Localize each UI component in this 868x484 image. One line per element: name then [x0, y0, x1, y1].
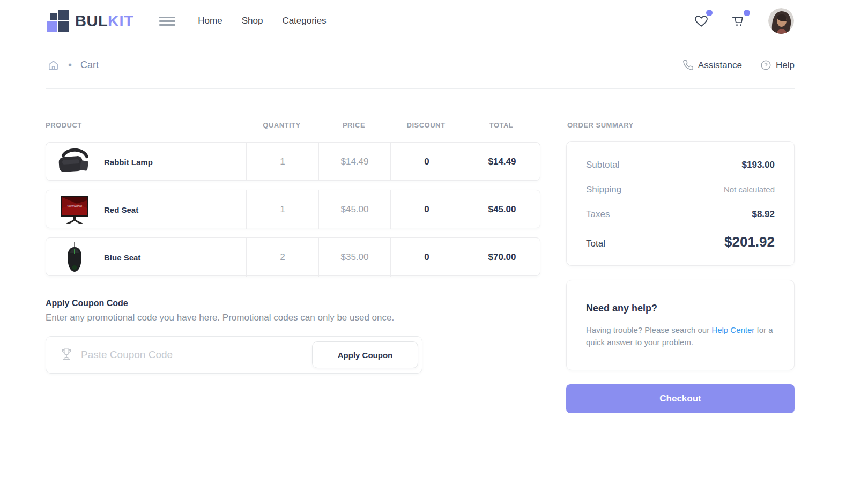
- wishlist-badge: [706, 10, 713, 16]
- product-name: Blue Seat: [104, 253, 140, 262]
- order-summary-card: Subtotal $193.00 Shipping Not calculated…: [566, 141, 795, 266]
- breadcrumb-separator: •: [68, 59, 72, 71]
- discount-value: 0: [390, 190, 463, 229]
- order-summary-title: ORDER SUMMARY: [567, 121, 795, 129]
- coupon-input-box: Apply Coupon: [46, 336, 422, 374]
- help-card-body: Having trouble? Please search our Help C…: [586, 324, 775, 348]
- help-card-title: Need any help?: [586, 303, 775, 314]
- apply-coupon-button[interactable]: Apply Coupon: [312, 341, 418, 368]
- brand-logo-icon: [47, 10, 69, 32]
- cart-table-header: PRODUCT QUANTITY PRICE DISCOUNT TOTAL: [46, 121, 540, 129]
- column-header-quantity: QUANTITY: [246, 121, 318, 129]
- logo-square: [50, 13, 57, 20]
- cart-row-red-seat[interactable]: ViewSonic Red Seat 1 $45.00 0 $45.00: [46, 190, 540, 228]
- product-name: Rabbit Lamp: [104, 158, 153, 167]
- assistance-link[interactable]: Assistance: [682, 59, 742, 71]
- coupon-section: Apply Coupon Code Enter any promotional …: [46, 299, 540, 374]
- discount-value: 0: [390, 143, 463, 181]
- brand-logo[interactable]: BULKIT: [47, 10, 133, 32]
- logo-square: [47, 21, 57, 32]
- cart-badge: [744, 10, 750, 16]
- cart-row-rabbit-lamp[interactable]: Rabbit Lamp 1 $14.49 0 $14.49: [46, 142, 540, 181]
- question-circle-icon: [760, 59, 771, 71]
- help-center-link[interactable]: Help Center: [711, 325, 754, 334]
- total-label: Total: [586, 239, 605, 249]
- summary-row-total: Total $201.92: [586, 234, 775, 250]
- hamburger-menu-icon[interactable]: [159, 14, 175, 28]
- quantity-value: 1: [246, 143, 318, 181]
- quantity-value: 2: [246, 238, 318, 277]
- nav-item-categories[interactable]: Categories: [272, 11, 336, 31]
- product-cell: ViewSonic Red Seat: [46, 190, 246, 229]
- logo-square: [58, 10, 69, 20]
- product-cell: Blue Seat: [46, 238, 246, 277]
- nav-item-home[interactable]: Home: [188, 11, 232, 31]
- user-avatar[interactable]: [768, 8, 794, 34]
- shipping-value: Not calculated: [724, 185, 775, 194]
- summary-row-subtotal: Subtotal $193.00: [586, 160, 775, 170]
- shipping-label: Shipping: [586, 184, 621, 195]
- product-image-vr-headset: [55, 145, 94, 178]
- total-value: $14.49: [463, 143, 541, 181]
- wishlist-button[interactable]: [693, 13, 709, 29]
- logo-square: [58, 21, 69, 32]
- product-name: Red Seat: [104, 205, 138, 214]
- trophy-icon: [60, 347, 73, 362]
- breadcrumb: • Cart Assistance Help: [47, 59, 795, 71]
- column-header-total: TOTAL: [462, 121, 540, 129]
- quantity-value: 1: [246, 190, 318, 229]
- home-icon: [47, 59, 60, 71]
- svg-text:ViewSonic: ViewSonic: [67, 204, 82, 207]
- product-image-gaming-mouse: [55, 241, 94, 274]
- brand-name: BULKIT: [75, 12, 133, 30]
- avatar-photo: [768, 8, 794, 34]
- column-header-product: PRODUCT: [46, 121, 246, 129]
- column-header-price: PRICE: [318, 121, 390, 129]
- coupon-code-input[interactable]: [81, 349, 312, 361]
- help-card: Need any help? Having trouble? Please se…: [566, 280, 795, 370]
- price-value: $14.49: [318, 143, 390, 181]
- summary-row-shipping: Shipping Not calculated: [586, 184, 775, 195]
- taxes-label: Taxes: [586, 209, 610, 220]
- subtotal-label: Subtotal: [586, 160, 619, 170]
- taxes-value: $8.92: [752, 209, 775, 220]
- coupon-description: Enter any promotional code you have here…: [46, 312, 540, 323]
- assistance-label: Assistance: [698, 60, 742, 71]
- total-value: $201.92: [724, 234, 775, 250]
- cart-row-blue-seat[interactable]: Blue Seat 2 $35.00 0 $70.00: [46, 237, 540, 276]
- total-value: $45.00: [463, 190, 541, 229]
- cart-button[interactable]: [731, 13, 747, 29]
- main-content: PRODUCT QUANTITY PRICE DISCOUNT TOTAL Ra…: [0, 89, 868, 413]
- nav-item-shop[interactable]: Shop: [232, 11, 273, 31]
- quick-links: Assistance Help: [682, 59, 795, 71]
- product-image-monitor: ViewSonic: [55, 193, 94, 226]
- help-label: Help: [776, 60, 795, 71]
- breadcrumb-home-link[interactable]: [47, 59, 60, 71]
- summary-row-taxes: Taxes $8.92: [586, 209, 775, 220]
- subtotal-value: $193.00: [742, 160, 775, 170]
- phone-icon: [682, 59, 694, 71]
- discount-value: 0: [390, 238, 463, 277]
- header-actions: [693, 8, 794, 34]
- breadcrumb-current-page: Cart: [80, 59, 99, 71]
- product-cell: Rabbit Lamp: [46, 143, 246, 181]
- checkout-button[interactable]: Checkout: [566, 384, 795, 413]
- order-summary-section: ORDER SUMMARY Subtotal $193.00 Shipping …: [566, 121, 795, 413]
- total-value: $70.00: [463, 238, 541, 277]
- top-header: BULKIT Home Shop Categories: [0, 0, 868, 42]
- main-nav: Home Shop Categories: [188, 11, 336, 31]
- help-text-before: Having trouble? Please search our: [586, 325, 711, 334]
- help-link[interactable]: Help: [760, 59, 795, 71]
- coupon-title: Apply Coupon Code: [46, 299, 540, 308]
- price-value: $45.00: [318, 190, 390, 229]
- cart-section: PRODUCT QUANTITY PRICE DISCOUNT TOTAL Ra…: [46, 121, 540, 374]
- column-header-discount: DISCOUNT: [390, 121, 462, 129]
- price-value: $35.00: [318, 238, 390, 277]
